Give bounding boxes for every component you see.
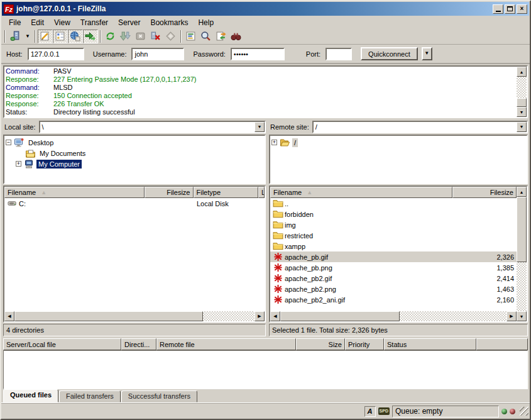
scroll-down-icon[interactable]: ▼ (517, 107, 527, 117)
remote-file-row[interactable]: .. (270, 198, 517, 209)
directory-listing-filters-icon[interactable] (183, 30, 199, 43)
menu-transfer[interactable]: Transfer (75, 17, 113, 28)
scroll-up-icon[interactable]: ▲ (517, 67, 527, 77)
remote-pane: Remote site: / ▼ + / (269, 120, 528, 336)
close-button[interactable]: × (517, 4, 527, 14)
toggle-remote-tree-icon[interactable] (68, 30, 83, 43)
tab-queued-files[interactable]: Queued files (3, 389, 58, 402)
menu-view[interactable]: View (49, 17, 75, 28)
remote-file-row[interactable]: img (270, 219, 517, 230)
remote-file-row[interactable]: restricted (270, 230, 517, 241)
local-file-list: Filename▲ Filesize Filetype L C: (3, 185, 266, 323)
remote-status-text: Selected 1 file. Total size: 2,326 bytes (269, 324, 528, 336)
quickconnect-button[interactable]: Quickconnect (361, 47, 418, 60)
column-header-status[interactable]: Status (384, 338, 476, 350)
transfer-type-icon[interactable]: A (364, 406, 376, 417)
column-header-remote-file[interactable]: Remote file (156, 338, 296, 350)
remote-file-row[interactable]: apache_pb.png 1,385 (270, 262, 517, 273)
scrollbar-thumb[interactable] (517, 197, 527, 262)
menu-file[interactable]: File (4, 17, 26, 28)
host-input[interactable] (28, 48, 84, 60)
process-queue-icon[interactable] (118, 30, 133, 43)
column-header-size[interactable]: Size (296, 338, 345, 350)
column-header-filename[interactable]: Filename▲ (270, 187, 452, 198)
scroll-left-icon[interactable]: ◀ (270, 311, 280, 321)
find-files-icon[interactable] (229, 30, 244, 43)
column-header-filetype[interactable]: Filetype (194, 187, 259, 198)
remote-file-row-selected[interactable]: apache_pb.gif 2,326 (270, 251, 517, 262)
site-manager-dropdown-icon[interactable]: ▼ (23, 33, 33, 39)
remote-vertical-scrollbar[interactable]: ▲ ▼ (517, 187, 527, 321)
tree-item-desktop[interactable]: − Desktop (6, 137, 265, 148)
local-horizontal-scrollbar[interactable]: ◀ ▶ (4, 311, 265, 321)
remote-file-list: Filename▲ Filesize .. forbidden (269, 185, 528, 323)
image-file-icon (273, 295, 283, 304)
column-header-server-local-file[interactable]: Server/Local file (3, 338, 121, 350)
remote-file-row[interactable]: xampp (270, 241, 517, 251)
remote-file-row[interactable]: apache_pb2.png 1,463 (270, 284, 517, 294)
quickconnect-dropdown-icon[interactable]: ▼ (422, 47, 432, 60)
minimize-button[interactable] (493, 4, 503, 14)
column-header-filename[interactable]: Filename▲ (4, 187, 145, 198)
scroll-left-icon[interactable]: ◀ (4, 311, 14, 321)
refresh-icon[interactable] (103, 30, 118, 43)
speed-limits-icon[interactable]: SPD (378, 407, 390, 415)
scroll-right-icon[interactable]: ▶ (506, 311, 517, 321)
local-status-text: 4 directories (3, 324, 266, 336)
site-manager-icon[interactable] (8, 30, 23, 43)
log-vertical-scrollbar[interactable]: ▲ ▼ (517, 67, 527, 117)
username-input[interactable] (131, 48, 184, 60)
toggle-transfer-queue-icon[interactable] (83, 30, 98, 43)
tree-item-my-computer[interactable]: + My Computer (6, 158, 265, 169)
scroll-right-icon[interactable]: ▶ (255, 311, 265, 321)
scrollbar-thumb[interactable] (14, 311, 203, 321)
maximize-button[interactable] (505, 4, 515, 14)
folder-icon (273, 231, 283, 240)
chevron-down-icon[interactable]: ▼ (517, 122, 527, 132)
menu-server[interactable]: Server (113, 17, 145, 28)
column-header-filesize[interactable]: Filesize (452, 187, 517, 198)
directory-comparison-icon[interactable] (199, 30, 214, 43)
tab-successful-transfers[interactable]: Successful transfers (121, 390, 197, 402)
image-file-icon (273, 252, 283, 262)
collapse-icon[interactable]: − (6, 140, 11, 145)
column-header-priority[interactable]: Priority (345, 338, 384, 350)
column-header-lastmodified[interactable]: L (258, 187, 265, 198)
reconnect-icon[interactable] (163, 30, 178, 43)
scroll-down-icon[interactable]: ▼ (517, 311, 527, 321)
remote-site-combobox[interactable]: / ▼ (312, 121, 528, 133)
log-line: Response:226 Transfer OK (6, 100, 515, 108)
password-input[interactable] (231, 48, 285, 60)
synchronized-browsing-icon[interactable] (214, 30, 229, 43)
log-line: Command:PASV (6, 67, 515, 75)
toggle-message-log-icon[interactable] (38, 30, 53, 43)
scrollbar-thumb[interactable] (517, 98, 527, 107)
column-header-filesize[interactable]: Filesize (145, 187, 194, 198)
remote-file-row[interactable]: forbidden (270, 209, 517, 219)
local-site-combobox[interactable]: \ ▼ (39, 121, 266, 133)
toggle-local-tree-icon[interactable] (53, 30, 68, 43)
menu-help[interactable]: Help (193, 17, 219, 28)
remote-horizontal-scrollbar[interactable]: ◀ ▶ (270, 311, 517, 321)
column-header-direction[interactable]: Directi... (121, 338, 156, 350)
expand-icon[interactable]: + (271, 140, 277, 145)
scrollbar-thumb[interactable] (280, 311, 400, 321)
local-site-value: \ (40, 123, 255, 131)
cancel-operation-icon[interactable] (133, 30, 148, 43)
disconnect-icon[interactable] (148, 30, 163, 43)
chevron-down-icon[interactable]: ▼ (255, 122, 265, 132)
resize-grip[interactable] (520, 407, 528, 416)
remote-file-row[interactable]: apache_pb2_ani.gif 2,160 (270, 294, 517, 305)
tree-item-root[interactable]: + / (271, 137, 527, 148)
desktop-icon (14, 138, 25, 148)
menu-bookmarks[interactable]: Bookmarks (145, 17, 193, 28)
tab-failed-transfers[interactable]: Failed transfers (59, 390, 121, 402)
expand-icon[interactable]: + (16, 161, 21, 167)
local-file-row[interactable]: C: Local Disk (4, 198, 265, 209)
menu-edit[interactable]: Edit (26, 17, 49, 28)
transfer-queue: Server/Local file Directi... Remote file… (3, 338, 528, 389)
remote-file-row[interactable]: apache_pb2.gif 2,414 (270, 273, 517, 284)
port-input[interactable] (326, 48, 352, 60)
tree-item-my-documents[interactable]: My Documents (6, 148, 265, 158)
scroll-up-icon[interactable]: ▲ (517, 187, 527, 197)
